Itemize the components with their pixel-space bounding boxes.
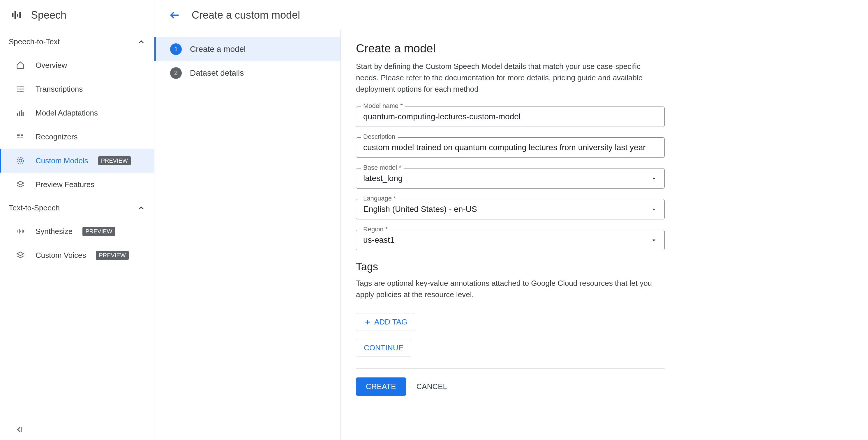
form-heading: Create a model — [356, 42, 665, 55]
svg-rect-26 — [22, 230, 23, 233]
section-header-tts[interactable]: Text-to-Speech — [0, 196, 154, 219]
field-description[interactable]: Description — [356, 137, 665, 158]
stepper: 1 Create a model 2 Dataset details — [154, 30, 341, 440]
recognizers-icon — [15, 132, 26, 141]
svg-rect-3 — [19, 12, 21, 18]
sidebar-item-label: Preview Features — [35, 180, 94, 189]
sidebar-item-label: Recognizers — [35, 132, 78, 141]
form-description: Start by defining the Custom Speech Mode… — [356, 61, 665, 95]
sidebar-item-label: Overview — [35, 61, 67, 70]
chevron-up-icon — [137, 204, 145, 212]
section-header-stt[interactable]: Speech-to-Text — [0, 30, 154, 53]
svg-rect-17 — [21, 134, 23, 135]
sidebar-item-recognizers[interactable]: Recognizers — [0, 125, 154, 149]
field-region[interactable]: Region * us-east1 — [356, 230, 665, 250]
description-input[interactable] — [363, 143, 657, 152]
add-tag-label: ADD TAG — [374, 317, 407, 327]
step-number: 1 — [170, 43, 182, 55]
svg-rect-5 — [19, 87, 24, 87]
create-button[interactable]: CREATE — [356, 377, 406, 396]
collapse-sidebar-button[interactable] — [14, 425, 24, 434]
main-header: Create a custom model — [154, 0, 868, 30]
svg-rect-0 — [12, 13, 13, 17]
back-button[interactable] — [166, 6, 184, 24]
main: Create a custom model 1 Create a model 2… — [154, 0, 868, 440]
form-area: Create a model Start by defining the Cus… — [341, 30, 868, 440]
step-dataset-details[interactable]: 2 Dataset details — [154, 61, 341, 85]
svg-rect-25 — [21, 231, 21, 232]
svg-rect-12 — [21, 110, 22, 116]
svg-rect-2 — [17, 14, 18, 16]
model-name-input[interactable] — [363, 112, 657, 121]
svg-marker-28 — [17, 252, 24, 256]
continue-button[interactable]: CONTINUE — [356, 339, 411, 357]
svg-rect-8 — [17, 91, 19, 92]
section-title: Speech-to-Text — [9, 37, 60, 46]
svg-marker-22 — [17, 181, 24, 185]
preview-badge: PREVIEW — [96, 251, 128, 260]
svg-rect-15 — [17, 135, 20, 136]
field-base-model[interactable]: Base model * latest_long — [356, 168, 665, 189]
svg-rect-10 — [17, 113, 18, 116]
svg-rect-23 — [18, 230, 18, 233]
continue-label: CONTINUE — [364, 343, 403, 352]
step-create-model[interactable]: 1 Create a model — [154, 37, 341, 61]
field-label: Base model * — [361, 164, 404, 171]
field-model-name[interactable]: Model name * — [356, 106, 665, 127]
sidebar-item-synthesize[interactable]: Synthesize PREVIEW — [0, 219, 154, 243]
svg-point-21 — [17, 158, 24, 164]
cancel-button[interactable]: CANCEL — [416, 382, 447, 391]
home-icon — [15, 61, 26, 70]
step-number: 2 — [170, 67, 182, 79]
transcriptions-icon — [15, 85, 26, 93]
add-tag-button[interactable]: ADD TAG — [356, 313, 415, 331]
field-language[interactable]: Language * English (United States) - en-… — [356, 199, 665, 219]
sidebar: Speech Speech-to-Text Overview Transcrip… — [0, 0, 154, 440]
sidebar-item-label: Model Adaptations — [35, 108, 98, 117]
dropdown-icon — [650, 206, 657, 213]
field-label: Region * — [361, 226, 390, 233]
sidebar-item-transcriptions[interactable]: Transcriptions — [0, 77, 154, 101]
tags-heading: Tags — [356, 261, 665, 273]
sidebar-item-label: Transcriptions — [35, 85, 83, 94]
svg-marker-33 — [652, 239, 655, 241]
product-title: Speech — [31, 9, 66, 21]
dropdown-icon — [650, 175, 657, 182]
svg-rect-1 — [14, 11, 16, 19]
sidebar-header: Speech — [0, 0, 154, 30]
language-value: English (United States) - en-US — [363, 205, 650, 214]
chevron-up-icon — [137, 38, 145, 46]
field-label: Language * — [361, 195, 399, 202]
svg-rect-14 — [17, 134, 20, 135]
section-items-tts: Synthesize PREVIEW Custom Voices PREVIEW — [0, 219, 154, 267]
stack-icon — [15, 180, 26, 189]
svg-point-20 — [19, 159, 22, 162]
sidebar-item-adaptations[interactable]: Model Adaptations — [0, 101, 154, 125]
svg-rect-16 — [17, 137, 20, 138]
sidebar-item-custom-voices[interactable]: Custom Voices PREVIEW — [0, 243, 154, 267]
speech-logo-icon — [11, 9, 23, 21]
plus-icon — [364, 318, 371, 326]
svg-rect-24 — [19, 229, 20, 234]
adaptations-icon — [15, 108, 26, 117]
sidebar-item-label: Synthesize — [35, 227, 72, 236]
svg-rect-7 — [19, 89, 24, 90]
step-label: Create a model — [190, 44, 246, 54]
sidebar-item-label: Custom Voices — [35, 251, 86, 260]
tags-description: Tags are optional key-value annotations … — [356, 278, 665, 300]
svg-rect-4 — [17, 87, 19, 87]
form-footer: CREATE CANCEL — [356, 368, 665, 396]
sidebar-item-preview-features[interactable]: Preview Features — [0, 173, 154, 196]
stack-icon — [15, 251, 26, 260]
svg-rect-11 — [19, 111, 20, 116]
dropdown-icon — [650, 237, 657, 244]
svg-rect-9 — [19, 91, 24, 92]
region-value: us-east1 — [363, 235, 650, 245]
sidebar-item-custom-models[interactable]: Custom Models PREVIEW — [0, 149, 154, 173]
synthesize-icon — [15, 227, 26, 236]
field-label: Model name * — [361, 102, 405, 110]
step-label: Dataset details — [190, 68, 244, 78]
svg-rect-19 — [21, 137, 23, 138]
section-items-stt: Overview Transcriptions Model Adaptation… — [0, 53, 154, 196]
sidebar-item-overview[interactable]: Overview — [0, 53, 154, 77]
